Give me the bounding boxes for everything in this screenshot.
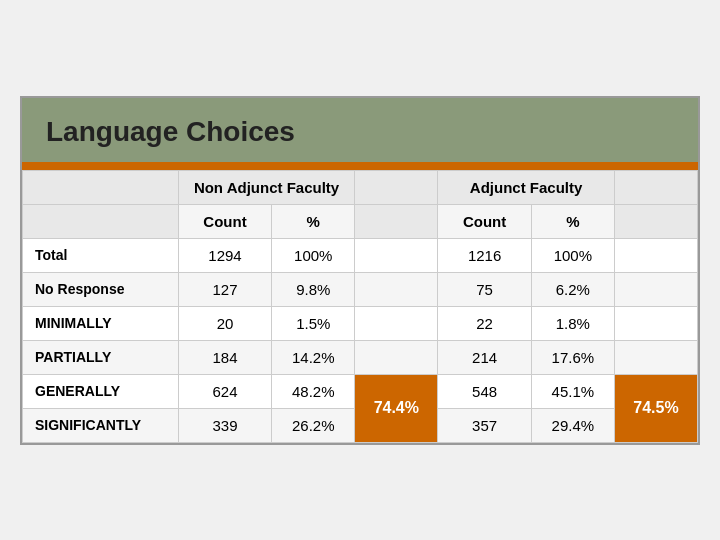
- count1-subheader: Count: [178, 204, 271, 238]
- count2-cell: 357: [438, 408, 531, 442]
- gap2-cell: [614, 238, 697, 272]
- count2-cell: 548: [438, 374, 531, 408]
- pct2-subheader: %: [531, 204, 614, 238]
- table-row: Total 1294 100% 1216 100%: [23, 238, 698, 272]
- row-label: PARTIALLY: [23, 340, 179, 374]
- pct2-cell: 17.6%: [531, 340, 614, 374]
- gap-header: [355, 170, 438, 204]
- row-label: Total: [23, 238, 179, 272]
- row-label: MINIMALLY: [23, 306, 179, 340]
- main-container: Language Choices Non Adjunct Faculty Adj…: [20, 96, 700, 445]
- pct2-cell: 29.4%: [531, 408, 614, 442]
- count1-cell: 624: [178, 374, 271, 408]
- gap2-cell: [614, 272, 697, 306]
- pct2-cell: 100%: [531, 238, 614, 272]
- gap-cell: [355, 306, 438, 340]
- pct1-cell: 26.2%: [272, 408, 355, 442]
- table-row: GENERALLY 624 48.2% 74.4% 548 45.1% 74.5…: [23, 374, 698, 408]
- non-adjunct-header: Non Adjunct Faculty: [178, 170, 355, 204]
- title-bar: Language Choices: [22, 98, 698, 162]
- count2-cell: 214: [438, 340, 531, 374]
- count2-cell: 75: [438, 272, 531, 306]
- table-row: PARTIALLY 184 14.2% 214 17.6%: [23, 340, 698, 374]
- row-label: SIGNIFICANTLY: [23, 408, 179, 442]
- count2-subheader: Count: [438, 204, 531, 238]
- count1-cell: 339: [178, 408, 271, 442]
- pct1-cell: 1.5%: [272, 306, 355, 340]
- pct1-cell: 100%: [272, 238, 355, 272]
- page-title: Language Choices: [46, 116, 674, 148]
- pct2-cell: 1.8%: [531, 306, 614, 340]
- row-label: GENERALLY: [23, 374, 179, 408]
- pct2-cell: 45.1%: [531, 374, 614, 408]
- pct1-cell: 9.8%: [272, 272, 355, 306]
- pct1-subheader: %: [272, 204, 355, 238]
- gap2-header: [614, 170, 697, 204]
- count1-cell: 127: [178, 272, 271, 306]
- pct2-cell: 6.2%: [531, 272, 614, 306]
- row-label: No Response: [23, 272, 179, 306]
- orange-divider: [22, 162, 698, 170]
- table-row: No Response 127 9.8% 75 6.2%: [23, 272, 698, 306]
- pct1-cell: 48.2%: [272, 374, 355, 408]
- gap-highlight: 74.4%: [355, 374, 438, 442]
- count1-cell: 1294: [178, 238, 271, 272]
- gap2-cell: [614, 340, 697, 374]
- count2-cell: 1216: [438, 238, 531, 272]
- pct1-cell: 14.2%: [272, 340, 355, 374]
- empty-header: [23, 170, 179, 204]
- gap-subheader: [355, 204, 438, 238]
- count1-cell: 184: [178, 340, 271, 374]
- table-row: MINIMALLY 20 1.5% 22 1.8%: [23, 306, 698, 340]
- adjunct-header: Adjunct Faculty: [438, 170, 615, 204]
- gap-cell: [355, 272, 438, 306]
- gap-cell: [355, 340, 438, 374]
- gap-cell: [355, 238, 438, 272]
- sub-empty: [23, 204, 179, 238]
- gap2-subheader: [614, 204, 697, 238]
- gap2-highlight: 74.5%: [614, 374, 697, 442]
- data-table: Non Adjunct Faculty Adjunct Faculty Coun…: [22, 170, 698, 443]
- gap2-cell: [614, 306, 697, 340]
- count2-cell: 22: [438, 306, 531, 340]
- count1-cell: 20: [178, 306, 271, 340]
